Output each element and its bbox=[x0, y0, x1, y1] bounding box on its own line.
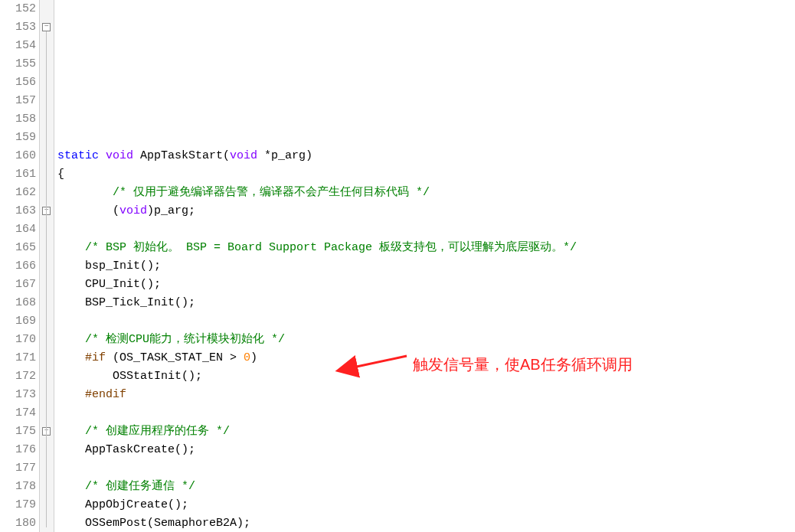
line-number: 162 bbox=[0, 184, 36, 202]
line-number: 170 bbox=[0, 331, 36, 349]
line-number: 165 bbox=[0, 239, 36, 257]
code-line[interactable]: { bbox=[54, 165, 795, 184]
code-area[interactable]: 触发信号量，使AB任务循环调用 static void AppTaskStart… bbox=[54, 0, 795, 532]
code-line[interactable] bbox=[54, 220, 795, 239]
line-number: 172 bbox=[0, 367, 36, 386]
line-number: 166 bbox=[0, 257, 36, 276]
line-number: 168 bbox=[0, 294, 36, 312]
fold-column: −−− bbox=[40, 0, 54, 532]
line-number: 161 bbox=[0, 165, 36, 184]
line-number: 158 bbox=[0, 110, 36, 129]
line-number: 153 bbox=[0, 18, 36, 37]
code-line[interactable] bbox=[54, 404, 795, 423]
code-line[interactable]: AppTaskCreate(); bbox=[54, 441, 795, 459]
line-number-gutter: 1521531541551561571581591601611621631641… bbox=[0, 0, 40, 532]
code-line[interactable]: CPU_Init(); bbox=[54, 276, 795, 294]
line-number: 178 bbox=[0, 478, 36, 496]
code-line[interactable]: AppObjCreate(); bbox=[54, 496, 795, 514]
line-number: 179 bbox=[0, 496, 36, 514]
line-number: 175 bbox=[0, 423, 36, 441]
line-number: 169 bbox=[0, 312, 36, 331]
code-line[interactable]: /* 创建任务通信 */ bbox=[54, 478, 795, 496]
line-number: 152 bbox=[0, 0, 36, 18]
line-number: 155 bbox=[0, 55, 36, 73]
line-number: 164 bbox=[0, 220, 36, 239]
line-number: 157 bbox=[0, 92, 36, 110]
line-number: 156 bbox=[0, 73, 36, 92]
code-line[interactable]: /* BSP 初始化。 BSP = Board Support Package … bbox=[54, 239, 795, 257]
code-line[interactable]: OSStatInit(); bbox=[54, 367, 795, 386]
line-number: 177 bbox=[0, 459, 36, 478]
code-line[interactable] bbox=[54, 312, 795, 331]
code-line[interactable]: OSSemPost(SemaphoreB2A); bbox=[54, 514, 795, 532]
code-line[interactable]: /* 创建应用程序的任务 */ bbox=[54, 423, 795, 441]
line-number: 180 bbox=[0, 514, 36, 532]
line-number: 167 bbox=[0, 276, 36, 294]
fold-toggle[interactable]: − bbox=[42, 23, 51, 31]
line-number: 174 bbox=[0, 404, 36, 423]
line-number: 154 bbox=[0, 37, 36, 55]
line-number: 176 bbox=[0, 441, 36, 459]
code-line[interactable]: (void)p_arg; bbox=[54, 202, 795, 220]
code-line[interactable]: static void AppTaskStart(void *p_arg) bbox=[54, 147, 795, 165]
code-line[interactable]: /* 仅用于避免编译器告警，编译器不会产生任何目标代码 */ bbox=[54, 184, 795, 202]
line-number: 160 bbox=[0, 147, 36, 165]
line-number: 159 bbox=[0, 129, 36, 147]
fold-guideline bbox=[46, 31, 47, 527]
code-line[interactable] bbox=[54, 459, 795, 478]
code-line[interactable]: #endif bbox=[54, 386, 795, 404]
code-line[interactable]: #if (OS_TASK_STAT_EN > 0) bbox=[54, 349, 795, 367]
code-editor[interactable]: 1521531541551561571581591601611621631641… bbox=[0, 0, 795, 532]
line-number: 171 bbox=[0, 349, 36, 367]
line-number: 173 bbox=[0, 386, 36, 404]
code-line[interactable]: bsp_Init(); bbox=[54, 257, 795, 276]
line-number: 163 bbox=[0, 202, 36, 220]
code-line[interactable]: /* 检测CPU能力，统计模块初始化 */ bbox=[54, 331, 795, 349]
code-line[interactable]: BSP_Tick_Init(); bbox=[54, 294, 795, 312]
